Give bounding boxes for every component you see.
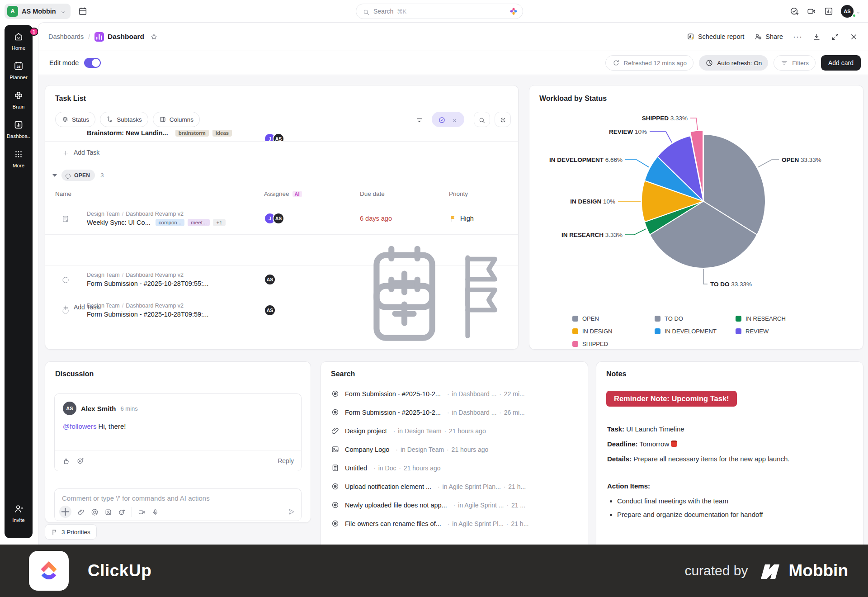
gear-icon (499, 116, 507, 124)
mention-icon[interactable] (91, 508, 99, 516)
add-card-button[interactable]: Add card (821, 55, 861, 71)
task-name[interactable]: Weekly Sync: UI Co... compon...meet...+1 (87, 219, 264, 226)
mention-link[interactable]: @followers (63, 422, 96, 430)
emoji-plus-icon (118, 508, 126, 516)
sidebar-item-more[interactable]: More (5, 149, 33, 168)
video-icon[interactable] (807, 6, 816, 16)
due-date[interactable]: 6 days ago (360, 215, 392, 222)
column-due-date[interactable]: Due date (360, 190, 449, 197)
search-result-row[interactable]: Form Submission - #2025-10-2...· in Dash… (331, 384, 581, 403)
user-menu[interactable]: AS (841, 5, 861, 18)
clip-frame-icon (104, 508, 112, 516)
legend-item-to-do[interactable]: TO DO (655, 315, 736, 322)
priority[interactable]: High (449, 214, 518, 222)
more-options-button[interactable]: ··· (793, 32, 802, 42)
filter-icon (415, 116, 423, 124)
reminder-banner: Reminder Note: Upcoming Task! (606, 391, 737, 407)
task-name[interactable]: Form Submission - #2025-10-28T09:55:... (87, 280, 264, 287)
thumbs-up-icon[interactable] (62, 457, 70, 465)
legend-item-in-research[interactable]: IN RESEARCH (736, 315, 854, 322)
task-row[interactable]: Design Team/Dashboard Revamp v2Weekly Sy… (45, 202, 518, 234)
legend-item-in-design[interactable]: IN DESIGN (572, 328, 655, 335)
filter-chip-columns[interactable]: Columns (153, 112, 200, 127)
add-task-button[interactable]: Add Task (45, 141, 518, 163)
add-reaction-icon[interactable] (76, 457, 85, 465)
task-row[interactable]: Design Team/Dashboard Revamp v2Form Subm… (45, 234, 518, 265)
task-settings-button[interactable] (495, 112, 511, 127)
chevron-down-icon (855, 9, 861, 14)
avatar[interactable]: AS (264, 304, 276, 316)
auto-refresh-button[interactable]: Auto refresh: On (699, 55, 768, 71)
legend-item-review[interactable]: REVIEW (736, 328, 854, 335)
column-assignee[interactable]: AssigneeAI (264, 190, 360, 197)
legend-item-open[interactable]: OPEN (572, 315, 655, 322)
task-tag[interactable]: brainstorm (175, 130, 209, 137)
workspace-switcher[interactable]: A AS Mobbin (5, 4, 71, 19)
search-result-row[interactable]: Upload notification element ...· in Agil… (331, 477, 581, 496)
task-location[interactable]: Design Team/Dashboard Revamp v2 (87, 211, 264, 217)
column-name[interactable]: Name (55, 190, 264, 197)
task-search-button[interactable] (474, 112, 490, 127)
breadcrumb-dashboards[interactable]: Dashboards (48, 33, 84, 40)
search-result-row[interactable]: Untitled· in Doc · 21 hours ago (331, 459, 581, 477)
edit-mode-toggle[interactable] (84, 58, 101, 68)
plus-button[interactable] (59, 506, 71, 518)
workload-pie-chart[interactable]: OPEN 33.33%TO DO 33.33%IN RESEARCH 3.33%… (529, 104, 863, 315)
sidebar-item-brain[interactable]: Brain (5, 90, 33, 109)
reply-button[interactable]: Reply (278, 457, 294, 464)
emoji-icon[interactable] (118, 508, 126, 516)
download-icon[interactable] (812, 33, 821, 41)
sidebar-item-planner[interactable]: 28Planner (5, 61, 33, 80)
task-tag[interactable]: +1 (213, 219, 225, 226)
filters-button[interactable]: Filters (774, 55, 816, 71)
search-result-row[interactable]: Newly uploaded file does not app...· in … (331, 496, 581, 514)
paperclip-icon (77, 508, 85, 516)
share-button[interactable]: Share (754, 33, 783, 41)
attachment-icon[interactable] (77, 508, 85, 516)
task-name[interactable]: Form Submission - #2025-10-28T09:59:... (87, 311, 264, 318)
search-result-row[interactable]: File owners can rename files of...· in A… (331, 514, 581, 533)
task-location[interactable]: Design Team/Dashboard Revamp v2 (87, 272, 264, 278)
sidebar-item-dashboa[interactable]: Dashboa.. (5, 119, 33, 139)
task-tag[interactable]: ideas (212, 130, 232, 137)
favorite-star-icon[interactable] (150, 33, 158, 41)
create-task-icon[interactable] (789, 6, 799, 16)
closed-filter-pill[interactable] (432, 112, 464, 127)
bar-chart-icon (824, 6, 834, 16)
expand-icon[interactable] (831, 33, 840, 41)
close-icon[interactable] (849, 33, 858, 41)
search-result-row[interactable]: Form Submission - #2025-10-2...· in Dash… (331, 403, 581, 422)
funnel-filter-button[interactable] (411, 112, 427, 127)
ai-sparkle-icon[interactable] (509, 7, 518, 16)
avatar[interactable]: AS (273, 133, 284, 141)
search-result-row[interactable]: Design project· in Design Team · 21 hour… (331, 422, 581, 440)
task-row-clipped[interactable]: Brainstorm: New Landin... brainstormidea… (45, 130, 518, 141)
legend-item-shipped[interactable]: SHIPPED (572, 341, 655, 347)
clip-frame-icon[interactable] (104, 508, 112, 516)
search-result-row[interactable]: Company Logo· in Design Team · 21 hours … (331, 440, 581, 459)
avatar[interactable]: AS (273, 213, 284, 224)
sidebar-item-home[interactable]: 1Home (5, 31, 33, 51)
calendar-icon[interactable] (78, 6, 88, 16)
record-video-icon[interactable] (138, 508, 146, 516)
filter-chip-subtasks[interactable]: Subtasks (100, 112, 148, 127)
sidebar-item-invite[interactable]: Invite (5, 503, 33, 523)
send-button[interactable] (287, 507, 296, 516)
task-location[interactable]: Design Team/Dashboard Revamp v2 (87, 303, 264, 309)
task-tag[interactable]: meet... (188, 219, 210, 226)
column-priority[interactable]: Priority (449, 190, 518, 197)
filter-chip-status[interactable]: Status (55, 112, 95, 127)
schedule-report-button[interactable]: Schedule report (687, 33, 744, 41)
priorities-pill[interactable]: 3 Priorities (45, 524, 97, 540)
refreshed-button[interactable]: Refreshed 12 mins ago (605, 55, 694, 71)
collapse-caret-icon[interactable] (52, 174, 57, 177)
global-search-input[interactable]: Search ⌘K (356, 4, 523, 19)
status-group-pill[interactable]: OPEN (61, 170, 95, 181)
task-tag[interactable]: compon... (156, 219, 185, 226)
mic-icon[interactable] (151, 508, 159, 516)
ai-sparkle-icon (509, 7, 518, 16)
bar-chart-icon[interactable] (824, 6, 834, 16)
avatar[interactable]: AS (264, 274, 276, 285)
legend-item-in-development[interactable]: IN DEVELOPMENT (655, 328, 736, 335)
comment-composer[interactable]: Comment or type '/' for commands and AI … (54, 488, 302, 521)
